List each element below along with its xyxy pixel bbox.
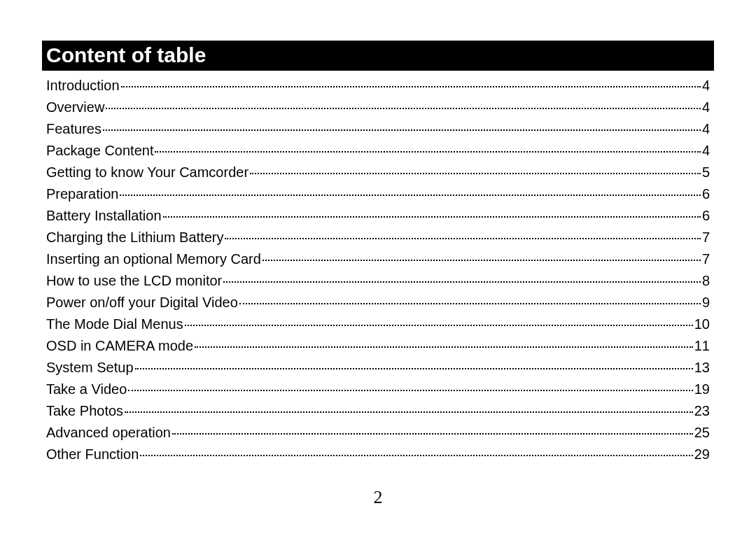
toc-entry-title: Take a Video — [46, 379, 127, 400]
toc-entry: Overview4 — [46, 97, 710, 118]
toc-entry-title: System Setup — [46, 357, 134, 379]
toc-entry: Power on/off your Digital Video9 — [46, 292, 710, 313]
toc-entry-title: Preparation — [46, 183, 118, 205]
toc-entry-title: Battery Installation — [46, 205, 162, 227]
document-page: Content of table Introduction4Overview4F… — [0, 0, 756, 536]
toc-entry-page: 4 — [702, 118, 710, 140]
toc-leader — [155, 139, 700, 153]
toc-entry-title: OSD in CAMERA mode — [46, 335, 193, 357]
toc-entry: How to use the LCD monitor8 — [46, 270, 710, 292]
section-header: Content of table — [42, 41, 714, 71]
toc-leader — [121, 73, 701, 87]
toc-entry-page: 25 — [694, 422, 710, 444]
toc-entry-page: 4 — [702, 75, 710, 97]
toc-entry-page: 10 — [694, 313, 710, 335]
toc-entry-page: 19 — [694, 379, 710, 400]
toc-entry-page: 4 — [702, 97, 710, 118]
toc-entry-page: 13 — [694, 357, 710, 379]
toc-entry-page: 8 — [702, 270, 710, 292]
toc-entry-title: Power on/off your Digital Video — [46, 292, 238, 313]
toc-leader — [195, 334, 693, 348]
toc-leader — [239, 290, 701, 304]
toc-entry: Advanced operation25 — [46, 422, 710, 444]
toc-entry-title: Advanced operation — [46, 422, 171, 444]
toc-leader — [225, 225, 700, 239]
toc-entry-title: The Mode Dial Menus — [46, 313, 183, 335]
toc-entry-title: Other Function — [46, 444, 139, 465]
toc-entry-page: 6 — [702, 205, 710, 227]
toc-entry: OSD in CAMERA mode11 — [46, 335, 710, 357]
table-of-contents: Introduction4Overview4Features4Package C… — [42, 75, 714, 465]
toc-leader — [106, 95, 701, 109]
section-title: Content of table — [46, 43, 206, 66]
toc-leader — [140, 442, 692, 456]
toc-leader — [103, 117, 701, 131]
toc-entry-page: 9 — [702, 292, 710, 313]
toc-entry-title: Overview — [46, 97, 104, 118]
toc-entry: Inserting an optional Memory Card7 — [46, 248, 710, 270]
toc-entry-title: Package Content — [46, 140, 153, 162]
toc-entry-title: Getting to know Your Camcorder — [46, 162, 248, 183]
toc-entry-page: 4 — [702, 140, 710, 162]
toc-entry-page: 7 — [702, 227, 710, 248]
toc-entry-title: Introduction — [46, 75, 120, 97]
toc-leader — [163, 204, 701, 218]
toc-leader — [120, 182, 700, 196]
toc-leader — [250, 160, 701, 174]
toc-leader — [262, 247, 701, 261]
toc-leader — [172, 421, 693, 435]
toc-entry: Introduction4 — [46, 75, 710, 97]
toc-leader — [135, 355, 693, 369]
toc-entry: Take a Video19 — [46, 379, 710, 400]
toc-leader — [128, 377, 692, 391]
toc-entry: Features4 — [46, 118, 710, 140]
toc-leader — [185, 312, 693, 326]
toc-entry: System Setup13 — [46, 357, 710, 379]
toc-entry-title: Features — [46, 118, 102, 140]
toc-entry: Getting to know Your Camcorder5 — [46, 162, 710, 183]
toc-entry-title: Charging the Lithium Battery — [46, 227, 223, 248]
toc-entry: Battery Installation6 — [46, 205, 710, 227]
toc-entry-page: 23 — [694, 400, 710, 422]
toc-entry: Preparation6 — [46, 183, 710, 205]
toc-entry: Take Photos23 — [46, 400, 710, 422]
toc-entry: The Mode Dial Menus10 — [46, 313, 710, 335]
toc-entry-title: Inserting an optional Memory Card — [46, 248, 261, 270]
toc-entry: Other Function29 — [46, 444, 710, 465]
toc-entry-page: 6 — [702, 183, 710, 205]
toc-entry-title: Take Photos — [46, 400, 123, 422]
toc-leader — [223, 269, 701, 283]
toc-entry-page: 11 — [694, 335, 710, 357]
toc-entry-page: 5 — [702, 162, 710, 183]
toc-entry-page: 29 — [694, 444, 710, 465]
toc-entry: Charging the Lithium Battery7 — [46, 227, 710, 248]
page-number: 2 — [0, 487, 756, 508]
toc-entry-title: How to use the LCD monitor — [46, 270, 222, 292]
toc-entry-page: 7 — [702, 248, 710, 270]
toc-entry: Package Content4 — [46, 140, 710, 162]
toc-leader — [125, 399, 693, 413]
